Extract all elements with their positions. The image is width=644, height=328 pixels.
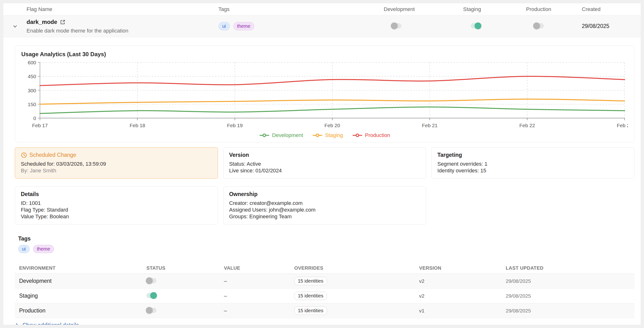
col-staging: Staging — [463, 6, 526, 12]
development-status-toggle[interactable] — [146, 278, 156, 283]
legend-marker-icon — [259, 133, 270, 137]
env-last-updated: 29/08/2025 — [506, 278, 634, 284]
show-additional-details-link[interactable]: Show additional details — [15, 322, 79, 325]
env-version: v1 — [419, 308, 506, 314]
legend-item-development[interactable]: Development — [259, 132, 303, 138]
col-production: Production — [526, 6, 582, 12]
svg-text:Feb 17: Feb 17 — [32, 123, 48, 128]
env-col-version: VERSION — [419, 265, 506, 271]
ownership-title: Ownership — [229, 191, 420, 197]
staging-toggle[interactable] — [471, 23, 481, 28]
flag-table-header: Flag Name Tags Development Staging Produ… — [3, 3, 641, 15]
environments-table: ENVIRONMENT STATUS VALUE OVERRIDES VERSI… — [15, 263, 634, 318]
table-row-production: Production – 15 identities v1 29/08/2025 — [15, 303, 634, 318]
svg-text:300: 300 — [28, 88, 36, 93]
svg-text:Feb 20: Feb 20 — [324, 123, 340, 128]
creator: Creator: creator@example.com — [229, 200, 420, 207]
env-name: Production — [15, 308, 146, 314]
flag-details-page: Flag Name Tags Development Staging Produ… — [3, 3, 641, 325]
ownership-card: Ownership Creator: creator@example.com A… — [223, 186, 426, 225]
production-status-toggle[interactable] — [146, 308, 156, 313]
environments-table-header: ENVIRONMENT STATUS VALUE OVERRIDES VERSI… — [15, 263, 634, 274]
external-link-icon[interactable] — [60, 19, 65, 25]
col-tags: Tags — [218, 6, 384, 12]
usage-analytics-card: Usage Analytics (Last 30 Days) 015030045… — [15, 45, 634, 142]
env-last-updated: 29/08/2025 — [506, 308, 634, 314]
targeting-title: Targeting — [437, 152, 628, 158]
version-card: Version Status: Active Live since: 01/02… — [223, 147, 426, 179]
show-additional-details-label: Show additional details — [22, 322, 79, 325]
tags-heading: Tags — [18, 236, 634, 242]
segment-overrides: Segment overrides: 1 — [437, 161, 628, 167]
details-card: Details ID: 1001 Flag Type: Standard Val… — [15, 186, 218, 225]
info-cards-row-1: Scheduled Change Scheduled for: 03/03/20… — [15, 147, 634, 179]
col-development: Development — [384, 6, 463, 12]
flag-tags: ui theme — [218, 22, 384, 30]
svg-text:Feb 22: Feb 22 — [519, 123, 535, 128]
svg-text:Feb 18: Feb 18 — [130, 123, 145, 128]
env-version: v2 — [419, 293, 506, 299]
scheduled-change-title: Scheduled Change — [30, 152, 76, 158]
tag-badge-theme: theme — [33, 245, 54, 253]
env-name: Development — [15, 278, 146, 284]
flag-created-date: 29/08/2025 — [582, 23, 641, 29]
scheduled-by: By: Jane Smith — [21, 167, 212, 174]
value-type: Value Type: Boolean — [21, 213, 212, 220]
tag-badge-theme: theme — [233, 22, 254, 30]
svg-text:Feb 19: Feb 19 — [227, 123, 242, 128]
version-status: Status: Active — [229, 161, 420, 167]
scheduled-change-card: Scheduled Change Scheduled for: 03/03/20… — [15, 147, 218, 179]
expand-chevron-icon[interactable] — [12, 23, 18, 30]
env-name: Staging — [15, 293, 146, 299]
targeting-card: Targeting Segment overrides: 1 Identity … — [431, 147, 634, 179]
clock-icon — [21, 152, 27, 158]
info-cards-row-2: Details ID: 1001 Flag Type: Standard Val… — [15, 186, 634, 225]
svg-text:600: 600 — [28, 60, 36, 65]
env-value: – — [224, 308, 294, 314]
identity-overrides: Identity overrides: 15 — [437, 167, 628, 174]
env-col-overrides: OVERRIDES — [294, 265, 419, 271]
env-last-updated: 29/08/2025 — [506, 293, 634, 299]
footer: Show additional details — [15, 322, 634, 325]
table-row-development: Development – 15 identities v2 29/08/202… — [15, 274, 634, 289]
details-title: Details — [21, 191, 212, 197]
groups: Groups: Engineering Team — [229, 213, 420, 220]
env-value: – — [224, 278, 294, 284]
production-toggle[interactable] — [534, 23, 544, 28]
col-flag-name: Flag Name — [26, 6, 218, 12]
flag-name: dark_mode — [26, 19, 57, 25]
overrides-badge[interactable]: 15 identities — [294, 292, 327, 300]
svg-text:450: 450 — [28, 74, 36, 79]
legend-item-production[interactable]: Production — [352, 132, 390, 138]
env-col-value: VALUE — [224, 265, 294, 271]
env-value: – — [224, 293, 294, 299]
flag-id: ID: 1001 — [21, 200, 212, 207]
usage-chart: 0150300450600Feb 17Feb 18Feb 19Feb 20Feb… — [21, 59, 628, 131]
svg-text:0: 0 — [33, 115, 36, 121]
tag-badge-ui: ui — [218, 22, 230, 30]
env-col-status: STATUS — [146, 265, 224, 271]
overrides-badge[interactable]: 15 identities — [294, 277, 327, 285]
col-created: Created — [582, 6, 641, 12]
env-col-environment: ENVIRONMENT — [15, 265, 146, 271]
flag-description: Enable dark mode theme for the applicati… — [26, 28, 218, 34]
svg-text:150: 150 — [28, 102, 36, 107]
tags-section: Tags ui theme — [18, 236, 634, 253]
flag-row: dark_mode Enable dark mode theme for the… — [3, 15, 641, 37]
tag-badge-ui: ui — [18, 245, 30, 253]
legend-item-staging[interactable]: Staging — [312, 132, 343, 138]
chart-legend: DevelopmentStagingProduction — [21, 131, 628, 139]
legend-marker-icon — [312, 133, 323, 137]
env-version: v2 — [419, 278, 506, 284]
flag-type: Flag Type: Standard — [21, 207, 212, 213]
scheduled-for: Scheduled for: 03/03/2026, 13:59:09 — [21, 161, 212, 167]
chevron-right-icon — [15, 323, 20, 325]
env-col-last-updated: LAST UPDATED — [506, 265, 634, 271]
development-toggle[interactable] — [392, 23, 402, 28]
staging-status-toggle[interactable] — [146, 293, 156, 298]
chart-title: Usage Analytics (Last 30 Days) — [21, 51, 628, 58]
svg-text:Feb 23: Feb 23 — [617, 123, 628, 128]
assigned-users: Assigned Users: john@example.com — [229, 207, 420, 213]
version-title: Version — [229, 152, 420, 158]
overrides-badge[interactable]: 15 identities — [294, 307, 327, 315]
